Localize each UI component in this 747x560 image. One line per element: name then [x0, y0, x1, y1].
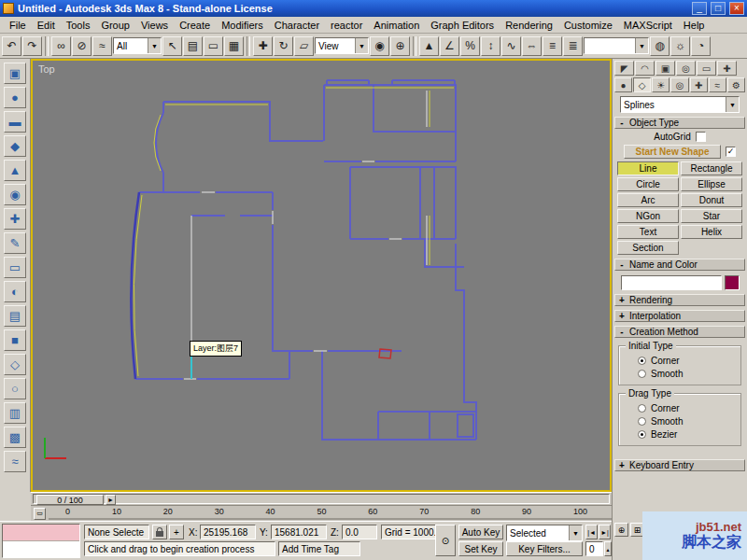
absolute-offset-toggle[interactable]: + [169, 525, 184, 539]
select-and-link-button[interactable]: ∞ [51, 36, 71, 56]
left-tool-button-2[interactable]: ● [4, 87, 26, 108]
category-spacewarps[interactable]: ≈ [709, 77, 726, 92]
category-systems[interactable]: ⚙ [727, 77, 745, 92]
drag-corner-option[interactable]: Corner [638, 401, 740, 414]
dropdown-arrow-icon[interactable]: ▼ [148, 38, 161, 53]
undo-button[interactable]: ↶ [2, 36, 21, 56]
menu-group[interactable]: Group [95, 19, 135, 32]
minimize-button[interactable]: _ [692, 2, 707, 15]
menu-help[interactable]: Help [678, 19, 711, 32]
set-key-button[interactable]: Set Key [458, 541, 503, 556]
category-lights[interactable]: ☀ [652, 77, 669, 92]
rollout-creation-method[interactable]: - Creation Method [614, 326, 745, 338]
rollout-interpolation[interactable]: + Interpolation [614, 310, 745, 322]
category-cameras[interactable]: ◎ [670, 77, 688, 92]
radio-icon[interactable] [638, 357, 646, 365]
left-tool-button-6[interactable]: ◉ [4, 184, 26, 205]
left-tool-button-1[interactable]: ▣ [4, 63, 26, 84]
rotate-button[interactable]: ↻ [274, 36, 293, 56]
start-new-shape-checkbox[interactable]: ✓ [726, 147, 736, 157]
drag-bezier-option[interactable]: Bezier [638, 427, 740, 441]
radio-icon[interactable] [638, 430, 646, 439]
section-button[interactable]: Section [617, 241, 679, 255]
tab-display[interactable]: ▭ [697, 61, 716, 76]
unlink-button[interactable]: ⊘ [72, 36, 92, 56]
menu-maxscript[interactable]: MAXScript [618, 19, 678, 32]
spinner-up-icon[interactable]: ▴ [606, 546, 609, 553]
title-bar[interactable]: Untitled - Autodesk 3ds Max 8 - Stand-al… [0, 0, 747, 17]
ngon-button[interactable]: NGon [617, 209, 679, 223]
menu-modifiers[interactable]: Modifiers [216, 19, 269, 32]
tab-motion[interactable]: ◎ [676, 61, 696, 76]
rollout-object-type[interactable]: - Object Type [614, 117, 745, 129]
snap-toggle-button[interactable]: ▲ [419, 36, 439, 56]
tab-create[interactable]: ◤ [614, 61, 634, 76]
maximize-button[interactable]: □ [711, 2, 726, 15]
rectangle-button[interactable]: Rectangle [681, 161, 742, 175]
left-tool-button-13[interactable]: ◇ [4, 354, 26, 375]
dropdown-arrow-icon[interactable]: ▼ [726, 97, 739, 112]
left-tool-button-16[interactable]: ▩ [4, 427, 26, 448]
auto-key-button[interactable]: Auto Key [458, 525, 503, 539]
left-tool-button-11[interactable]: ▤ [4, 305, 26, 327]
menu-edit[interactable]: Edit [32, 19, 61, 32]
category-helpers[interactable]: ✚ [690, 77, 708, 92]
maxscript-mini-listener[interactable] [2, 524, 80, 558]
left-tool-button-4[interactable]: ◆ [4, 135, 26, 157]
current-frame-field[interactable]: 0 [585, 541, 603, 556]
object-color-swatch[interactable] [725, 275, 740, 290]
select-by-name-button[interactable]: ▤ [183, 36, 203, 56]
named-selection-sets-dropdown[interactable]: ▼ [584, 37, 649, 54]
menu-animation[interactable]: Animation [368, 19, 425, 32]
left-tool-button-5[interactable]: ▲ [4, 160, 26, 181]
circle-button[interactable]: Circle [617, 177, 679, 191]
menu-tools[interactable]: Tools [61, 19, 96, 32]
dropdown-arrow-icon[interactable]: ▼ [355, 38, 368, 53]
curve-editor-button[interactable]: ∿ [501, 36, 521, 56]
radio-icon[interactable] [638, 370, 646, 378]
listener-macro-line[interactable] [3, 525, 79, 541]
text-button[interactable]: Text [617, 225, 679, 239]
menu-create[interactable]: Create [174, 19, 216, 32]
mirror-button[interactable]: ⇔ [522, 36, 542, 56]
menu-rendering[interactable]: Rendering [500, 19, 558, 32]
move-button[interactable]: ✚ [253, 36, 273, 56]
frame-spinner[interactable]: ▴ [604, 541, 612, 556]
menu-character[interactable]: Character [269, 19, 325, 32]
tab-hierarchy[interactable]: ▣ [655, 61, 675, 76]
ellipse-button[interactable]: Ellipse [681, 177, 742, 191]
helix-button[interactable]: Helix [681, 225, 742, 239]
viewport-label[interactable]: Top [38, 63, 55, 75]
set-keys-button[interactable]: ⊙ [435, 525, 456, 556]
selection-filter-dropdown[interactable]: All ▼ [113, 37, 162, 54]
dropdown-arrow-icon[interactable]: ▼ [635, 38, 648, 53]
left-tool-button-10[interactable]: ◐ [4, 281, 26, 302]
menu-reactor[interactable]: reactor [325, 19, 368, 32]
tab-utilities[interactable]: ✚ [717, 61, 737, 76]
layer-manager-button[interactable]: ≣ [563, 36, 583, 56]
object-name-input[interactable] [621, 275, 722, 290]
z-coordinate-field[interactable]: 0.0 [342, 525, 377, 539]
line-button[interactable]: Line [617, 161, 679, 175]
select-object-button[interactable]: ↖ [162, 36, 182, 56]
menu-customize[interactable]: Customize [558, 19, 618, 32]
track-bar[interactable]: ▭ 0 10 20 30 40 50 60 70 80 90 100 [31, 505, 612, 521]
window-crossing-button[interactable]: ▦ [224, 36, 244, 56]
previous-frame-button[interactable]: |◄ [585, 525, 598, 539]
zoom-button[interactable]: ⊕ [614, 523, 628, 537]
star-button[interactable]: Star [681, 209, 742, 223]
angle-snap-button[interactable]: ∠ [440, 36, 459, 56]
tab-modify[interactable]: ◠ [635, 61, 655, 76]
listener-script-line[interactable] [3, 541, 79, 557]
selection-lock-button[interactable] [152, 525, 167, 539]
initial-smooth-option[interactable]: Smooth [638, 367, 740, 380]
autogrid-checkbox[interactable] [696, 132, 706, 142]
y-coordinate-field[interactable]: 15681.021 [271, 525, 327, 539]
left-tool-button-15[interactable]: ▥ [4, 402, 26, 424]
key-mode-dropdown[interactable]: Selected ▼ [506, 525, 583, 541]
key-filters-button[interactable]: Key Filters... [506, 541, 583, 556]
radio-icon[interactable] [638, 417, 646, 426]
menu-graph-editors[interactable]: Graph Editors [425, 19, 500, 32]
rollout-keyboard-entry[interactable]: + Keyboard Entry [614, 459, 745, 471]
bind-to-spacewarp-button[interactable]: ≈ [92, 36, 112, 56]
